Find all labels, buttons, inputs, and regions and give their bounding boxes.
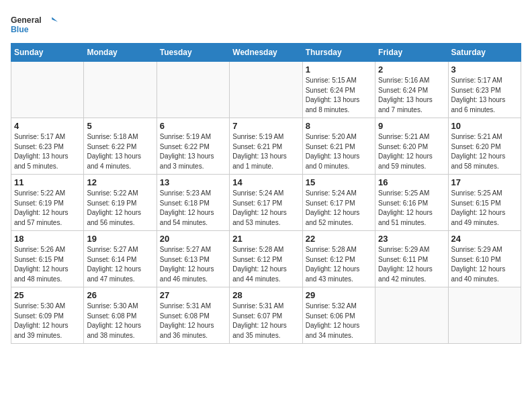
day-info: Sunrise: 5:18 AM Sunset: 6:22 PM Dayligh… [87, 132, 153, 171]
day-number: 11 [14, 177, 81, 187]
day-info: Sunrise: 5:24 AM Sunset: 6:17 PM Dayligh… [306, 189, 372, 228]
calendar-cell [448, 287, 521, 344]
day-number: 16 [378, 177, 445, 187]
calendar-cell: 6Sunrise: 5:19 AM Sunset: 6:22 PM Daylig… [157, 118, 229, 175]
day-number: 24 [451, 234, 518, 244]
logo-svg: General Blue [11, 11, 58, 38]
day-info: Sunrise: 5:17 AM Sunset: 6:23 PM Dayligh… [14, 132, 81, 171]
calendar-week-1: 1Sunrise: 5:15 AM Sunset: 6:24 PM Daylig… [11, 62, 521, 118]
calendar-table: SundayMondayTuesdayWednesdayThursdayFrid… [11, 43, 521, 344]
weekday-header-monday: Monday [84, 44, 157, 62]
calendar-cell: 12Sunrise: 5:22 AM Sunset: 6:19 PM Dayli… [84, 175, 157, 231]
calendar-cell: 28Sunrise: 5:31 AM Sunset: 6:07 PM Dayli… [230, 287, 302, 344]
calendar-cell: 17Sunrise: 5:25 AM Sunset: 6:15 PM Dayli… [448, 175, 521, 231]
day-number: 17 [451, 177, 518, 187]
day-info: Sunrise: 5:22 AM Sunset: 6:19 PM Dayligh… [14, 189, 81, 228]
day-number: 27 [160, 290, 226, 300]
weekday-header-saturday: Saturday [448, 44, 521, 62]
calendar-cell [157, 62, 229, 118]
day-number: 26 [87, 290, 153, 300]
calendar-cell: 24Sunrise: 5:29 AM Sunset: 6:10 PM Dayli… [448, 231, 521, 287]
day-number: 5 [87, 121, 153, 131]
page-header: General Blue [11, 11, 521, 38]
day-info: Sunrise: 5:29 AM Sunset: 6:11 PM Dayligh… [378, 245, 445, 284]
day-info: Sunrise: 5:16 AM Sunset: 6:24 PM Dayligh… [378, 76, 445, 115]
calendar-cell: 4Sunrise: 5:17 AM Sunset: 6:23 PM Daylig… [11, 118, 84, 175]
day-number: 29 [306, 290, 372, 300]
calendar-cell: 14Sunrise: 5:24 AM Sunset: 6:17 PM Dayli… [230, 175, 302, 231]
day-number: 9 [378, 121, 445, 131]
day-info: Sunrise: 5:21 AM Sunset: 6:20 PM Dayligh… [378, 132, 445, 171]
calendar-cell: 19Sunrise: 5:27 AM Sunset: 6:14 PM Dayli… [84, 231, 157, 287]
calendar-cell: 21Sunrise: 5:28 AM Sunset: 6:12 PM Dayli… [230, 231, 302, 287]
day-number: 25 [14, 290, 81, 300]
day-number: 6 [160, 121, 226, 131]
day-number: 15 [306, 177, 372, 187]
day-info: Sunrise: 5:28 AM Sunset: 6:12 PM Dayligh… [306, 245, 372, 284]
weekday-header-wednesday: Wednesday [230, 44, 302, 62]
calendar-week-5: 25Sunrise: 5:30 AM Sunset: 6:09 PM Dayli… [11, 287, 521, 344]
calendar-cell [11, 62, 84, 118]
day-number: 13 [160, 177, 226, 187]
day-info: Sunrise: 5:19 AM Sunset: 6:22 PM Dayligh… [160, 132, 226, 171]
calendar-cell: 3Sunrise: 5:17 AM Sunset: 6:23 PM Daylig… [448, 62, 521, 118]
day-info: Sunrise: 5:20 AM Sunset: 6:21 PM Dayligh… [306, 132, 372, 171]
day-info: Sunrise: 5:24 AM Sunset: 6:17 PM Dayligh… [232, 189, 299, 228]
day-number: 3 [451, 64, 518, 75]
weekday-header-sunday: Sunday [11, 44, 84, 62]
day-number: 12 [87, 177, 153, 187]
svg-text:General: General [11, 15, 42, 25]
day-info: Sunrise: 5:27 AM Sunset: 6:14 PM Dayligh… [87, 245, 153, 284]
day-info: Sunrise: 5:25 AM Sunset: 6:15 PM Dayligh… [451, 189, 518, 228]
weekday-header-friday: Friday [375, 44, 448, 62]
calendar-cell [84, 62, 157, 118]
day-number: 14 [232, 177, 299, 187]
day-number: 2 [378, 64, 445, 75]
day-info: Sunrise: 5:21 AM Sunset: 6:20 PM Dayligh… [451, 132, 518, 171]
calendar-cell: 26Sunrise: 5:30 AM Sunset: 6:08 PM Dayli… [84, 287, 157, 344]
day-info: Sunrise: 5:26 AM Sunset: 6:15 PM Dayligh… [14, 245, 81, 284]
day-number: 23 [378, 234, 445, 244]
calendar-cell: 8Sunrise: 5:20 AM Sunset: 6:21 PM Daylig… [302, 118, 375, 175]
weekday-header-thursday: Thursday [302, 44, 375, 62]
calendar-week-3: 11Sunrise: 5:22 AM Sunset: 6:19 PM Dayli… [11, 175, 521, 231]
calendar-cell [230, 62, 302, 118]
calendar-cell: 15Sunrise: 5:24 AM Sunset: 6:17 PM Dayli… [302, 175, 375, 231]
day-number: 18 [14, 234, 81, 244]
day-info: Sunrise: 5:15 AM Sunset: 6:24 PM Dayligh… [306, 76, 372, 115]
day-number: 20 [160, 234, 226, 244]
day-number: 1 [306, 64, 372, 75]
day-info: Sunrise: 5:17 AM Sunset: 6:23 PM Dayligh… [451, 76, 518, 115]
day-number: 7 [232, 121, 299, 131]
logo: General Blue [11, 11, 58, 38]
calendar-cell: 9Sunrise: 5:21 AM Sunset: 6:20 PM Daylig… [375, 118, 448, 175]
calendar-cell: 18Sunrise: 5:26 AM Sunset: 6:15 PM Dayli… [11, 231, 84, 287]
calendar-cell: 1Sunrise: 5:15 AM Sunset: 6:24 PM Daylig… [302, 62, 375, 118]
day-number: 21 [232, 234, 299, 244]
day-number: 19 [87, 234, 153, 244]
day-info: Sunrise: 5:27 AM Sunset: 6:13 PM Dayligh… [160, 245, 226, 284]
calendar-cell: 2Sunrise: 5:16 AM Sunset: 6:24 PM Daylig… [375, 62, 448, 118]
svg-marker-1 [52, 17, 58, 22]
day-info: Sunrise: 5:32 AM Sunset: 6:06 PM Dayligh… [306, 302, 372, 340]
calendar-cell: 25Sunrise: 5:30 AM Sunset: 6:09 PM Dayli… [11, 287, 84, 344]
calendar-cell: 27Sunrise: 5:31 AM Sunset: 6:08 PM Dayli… [157, 287, 229, 344]
calendar-cell: 5Sunrise: 5:18 AM Sunset: 6:22 PM Daylig… [84, 118, 157, 175]
calendar-week-2: 4Sunrise: 5:17 AM Sunset: 6:23 PM Daylig… [11, 118, 521, 175]
weekday-header-tuesday: Tuesday [157, 44, 229, 62]
day-number: 4 [14, 121, 81, 131]
day-info: Sunrise: 5:28 AM Sunset: 6:12 PM Dayligh… [232, 245, 299, 284]
day-info: Sunrise: 5:23 AM Sunset: 6:18 PM Dayligh… [160, 189, 226, 228]
day-info: Sunrise: 5:30 AM Sunset: 6:08 PM Dayligh… [87, 302, 153, 340]
calendar-cell [375, 287, 448, 344]
calendar-cell: 10Sunrise: 5:21 AM Sunset: 6:20 PM Dayli… [448, 118, 521, 175]
day-info: Sunrise: 5:25 AM Sunset: 6:16 PM Dayligh… [378, 189, 445, 228]
day-number: 10 [451, 121, 518, 131]
day-number: 8 [306, 121, 372, 131]
day-number: 28 [232, 290, 299, 300]
calendar-cell: 29Sunrise: 5:32 AM Sunset: 6:06 PM Dayli… [302, 287, 375, 344]
calendar-cell: 23Sunrise: 5:29 AM Sunset: 6:11 PM Dayli… [375, 231, 448, 287]
day-info: Sunrise: 5:29 AM Sunset: 6:10 PM Dayligh… [451, 245, 518, 284]
day-info: Sunrise: 5:31 AM Sunset: 6:07 PM Dayligh… [232, 302, 299, 340]
day-number: 22 [306, 234, 372, 244]
